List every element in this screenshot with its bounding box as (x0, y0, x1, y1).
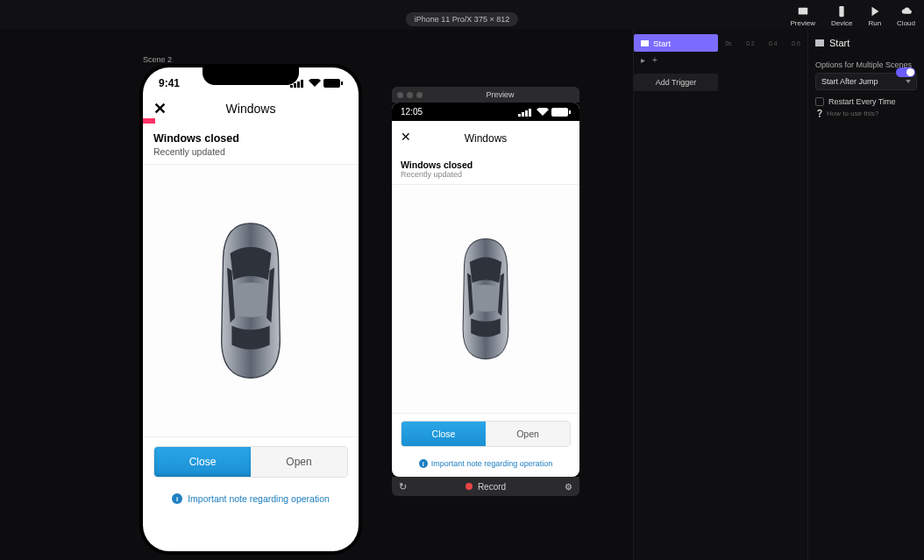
close-button[interactable]: Close (402, 422, 486, 446)
scene-label: Scene 2 (143, 55, 172, 64)
svg-rect-1 (840, 6, 844, 17)
battery-icon (323, 79, 343, 88)
info-note[interactable]: i Important note regarding operation (143, 486, 359, 516)
help-link[interactable]: ❔ How to use this? (815, 110, 917, 117)
preview-status-section: Windows closed Recently updated (392, 154, 579, 185)
svg-rect-3 (290, 85, 293, 88)
preview-title: Preview (426, 90, 574, 99)
svg-rect-14 (569, 110, 571, 114)
svg-rect-4 (294, 83, 296, 88)
design-selection-marker (143, 118, 155, 124)
screen-header: ✕ Windows (143, 94, 359, 124)
close-button[interactable]: Close (154, 447, 251, 477)
status-time: 9:41 (159, 77, 180, 89)
device-size-chip[interactable]: iPhone 11 Pro/X 375 × 812 (406, 12, 518, 26)
record-button[interactable]: Record (478, 482, 506, 492)
device-button[interactable]: Device (831, 5, 852, 27)
top-bar: iPhone 11 Pro/X 375 × 812 Preview Device… (0, 0, 924, 29)
status-caption: Recently updated (153, 146, 348, 157)
info-icon: i (419, 459, 428, 468)
restart-every-time-checkbox[interactable]: Restart Every Time (815, 97, 917, 106)
inspector-title: Start (829, 38, 849, 48)
scene-enable-toggle[interactable] (896, 67, 915, 77)
status-heading: Windows closed (153, 132, 348, 145)
svg-rect-9 (518, 114, 521, 117)
record-dot-icon (466, 483, 473, 490)
wifi-icon (537, 108, 549, 117)
preview-status-caption: Recently updated (401, 170, 571, 179)
cloud-icon (900, 5, 913, 18)
canvas[interactable]: Scene 2 9:41 ✕ Windows Windows closed Re… (0, 29, 633, 560)
settings-icon[interactable]: ⚙ (565, 482, 572, 492)
svg-rect-7 (323, 79, 340, 88)
help-icon: ❔ (815, 110, 824, 117)
svg-rect-6 (301, 80, 303, 88)
action-bar: Close Open (143, 436, 359, 486)
add-scene-icon[interactable]: + (652, 55, 657, 65)
info-icon: i (172, 493, 182, 504)
wifi-icon (309, 79, 321, 88)
preview-record-bar: ↻ Record ⚙ (392, 477, 579, 496)
refresh-icon[interactable]: ↻ (399, 481, 407, 493)
close-icon[interactable]: ✕ (153, 99, 167, 118)
run-button[interactable]: Run (868, 5, 881, 27)
svg-rect-15 (641, 40, 649, 46)
design-device-frame[interactable]: 9:41 ✕ Windows Windows closed Recently u… (139, 64, 362, 555)
car-top-icon (455, 237, 516, 360)
screen-title: Windows (226, 102, 276, 116)
svg-rect-0 (798, 8, 807, 15)
collapse-icon[interactable]: ▸ (641, 55, 645, 65)
chevron-down-icon (906, 80, 911, 83)
open-button[interactable]: Open (251, 447, 347, 477)
svg-marker-2 (871, 7, 878, 17)
preview-icon (797, 5, 809, 18)
status-section: Windows closed Recently updated (143, 124, 359, 165)
preview-status-heading: Windows closed (401, 159, 571, 170)
preview-status-bar: 12:05 (392, 103, 579, 121)
preview-info-note[interactable]: i Important note regarding operation (392, 454, 579, 477)
svg-rect-12 (529, 109, 531, 117)
signal-icon (518, 108, 534, 117)
right-pane: Start 0s 0.2 0.4 0.6 ▸ + Add Trigger Sta… (633, 29, 924, 560)
add-trigger-button[interactable]: Add Trigger (634, 74, 718, 91)
inspector-panel: Start Options for Multiple Scenes Start … (808, 29, 924, 560)
timeline-ruler: 0s 0.2 0.4 0.6 (718, 40, 807, 46)
window-traffic-lights[interactable] (397, 92, 423, 98)
svg-rect-8 (341, 82, 343, 85)
preview-action-bar: Close Open (392, 413, 579, 454)
svg-rect-10 (522, 112, 524, 117)
preview-titlebar[interactable]: Preview (392, 87, 579, 103)
preview-window[interactable]: Preview 12:05 ✕ Windows Windows close (392, 87, 579, 496)
car-top-icon (211, 222, 290, 379)
preview-status-time: 12:05 (401, 107, 423, 117)
preview-screen-title: Windows (465, 132, 508, 145)
car-illustration (143, 165, 359, 436)
preview-car-illustration (392, 185, 579, 413)
svg-rect-5 (297, 82, 300, 88)
inspector-header: Start (815, 34, 917, 55)
scenes-panel[interactable]: Start 0s 0.2 0.4 0.6 ▸ + Add Trigger (633, 29, 808, 560)
svg-rect-13 (551, 108, 568, 117)
flag-icon (815, 39, 824, 46)
play-icon (869, 5, 881, 18)
flag-icon (641, 40, 649, 46)
device-icon (835, 5, 848, 18)
open-button[interactable]: Open (486, 422, 570, 446)
battery-icon (551, 108, 571, 117)
close-icon[interactable]: ✕ (401, 130, 411, 144)
svg-rect-11 (525, 110, 528, 117)
scene-start-block[interactable]: Start (634, 34, 718, 52)
cloud-button[interactable]: Cloud (897, 5, 915, 27)
device-notch (203, 67, 299, 85)
preview-button[interactable]: Preview (791, 5, 815, 27)
preview-header: ✕ Windows (392, 121, 579, 154)
